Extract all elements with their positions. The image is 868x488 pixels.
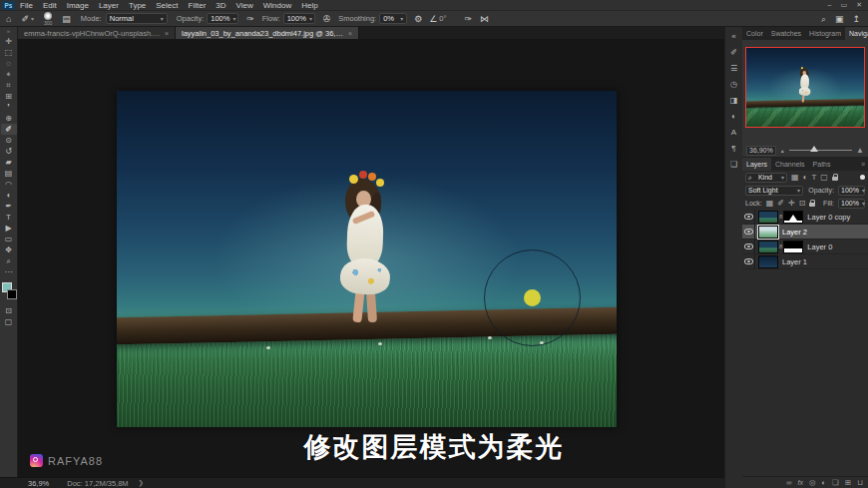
- screen-mode-button[interactable]: ▢: [1, 316, 17, 327]
- navigator-proxy-view-box[interactable]: [745, 47, 865, 128]
- layer-name[interactable]: Layer 0: [807, 243, 832, 251]
- new-adjustment-layer-icon[interactable]: ◐: [822, 478, 827, 488]
- workspace-icon[interactable]: ▣: [835, 14, 844, 24]
- canvas-area[interactable]: [18, 39, 724, 477]
- clone-stamp-tool[interactable]: ⊙: [1, 135, 17, 146]
- filter-smart-object-icon[interactable]: [832, 177, 838, 181]
- zoom-level-field[interactable]: 36,9%: [28, 479, 49, 488]
- fill-select[interactable]: 100% ▾: [838, 199, 865, 209]
- move-tool[interactable]: ✛: [1, 36, 17, 47]
- dodge-tool[interactable]: ◖: [1, 190, 17, 201]
- pressure-opacity-icon[interactable]: ✑: [246, 14, 254, 24]
- restore-icon[interactable]: ▭: [841, 1, 848, 9]
- layer-row-layer2[interactable]: Layer 2: [742, 225, 868, 240]
- gradient-tool[interactable]: ▤: [1, 168, 17, 179]
- visibility-cell[interactable]: [742, 210, 755, 224]
- zoom-out-mountain-icon[interactable]: ▲: [780, 148, 785, 154]
- filter-type-layers-icon[interactable]: T: [811, 173, 816, 182]
- smoothing-select[interactable]: 0% ▾: [379, 13, 407, 24]
- collapse-tools-icon[interactable]: »: [7, 28, 10, 34]
- quick-mask-button[interactable]: ⊡: [1, 305, 17, 316]
- new-group-icon[interactable]: ❏: [832, 478, 839, 488]
- blur-tool[interactable]: ◠: [1, 179, 17, 190]
- mask-link-icon[interactable]: 8: [779, 244, 782, 249]
- toggle-brush-panel-icon[interactable]: ▤: [62, 14, 71, 24]
- tab-close-icon[interactable]: ×: [165, 30, 169, 37]
- brush-preset-picker[interactable]: 300: [44, 12, 52, 26]
- document-canvas[interactable]: [117, 91, 617, 427]
- lock-position-icon[interactable]: ✛: [788, 199, 795, 208]
- delete-layer-icon[interactable]: ⊔: [857, 478, 863, 488]
- blend-mode-select[interactable]: Normal ▾: [106, 13, 168, 24]
- brush-tool-icon[interactable]: ✐: [21, 14, 29, 24]
- gear-icon[interactable]: ⚙: [414, 14, 422, 24]
- healing-brush-tool[interactable]: ⊕: [1, 113, 17, 124]
- menu-layer[interactable]: Layer: [94, 0, 124, 11]
- zoom-in-mountain-icon[interactable]: ▲: [856, 146, 864, 155]
- pressure-size-icon[interactable]: ✑: [465, 14, 473, 24]
- menu-view[interactable]: View: [231, 0, 258, 11]
- opacity-select[interactable]: 100% ▾: [207, 13, 238, 24]
- filter-shape-layers-icon[interactable]: ▢: [820, 173, 828, 182]
- character-panel-icon[interactable]: A: [726, 127, 742, 138]
- share-icon[interactable]: ↥: [852, 14, 860, 24]
- layer-name[interactable]: Layer 1: [782, 257, 807, 266]
- history-brush-tool[interactable]: ↺: [1, 146, 17, 157]
- status-chevron-icon[interactable]: ❯: [139, 479, 144, 487]
- airbrush-icon[interactable]: ✇: [323, 14, 331, 24]
- history-panel-icon[interactable]: ◷: [726, 79, 742, 90]
- layer-name[interactable]: Layer 2: [782, 228, 807, 237]
- tab-swatches[interactable]: Swatches: [767, 27, 805, 40]
- menu-file[interactable]: File: [15, 0, 38, 11]
- lock-artboard-icon[interactable]: ⊡: [799, 199, 806, 208]
- chevron-down-icon[interactable]: ▾: [31, 14, 34, 24]
- link-layers-icon[interactable]: ∞: [786, 478, 791, 488]
- filter-pixel-layers-icon[interactable]: ▦: [791, 173, 799, 182]
- lasso-tool[interactable]: ◌: [1, 58, 17, 69]
- layer-filter-kind-select[interactable]: ⌕ Kind ▾: [745, 173, 787, 183]
- tab-paths[interactable]: Paths: [809, 158, 835, 171]
- menu-image[interactable]: Image: [62, 0, 94, 11]
- document-tab-1[interactable]: emma-francis-vpHChnwOrQ-unsplash.jpg @ 3…: [18, 27, 176, 39]
- panel-menu-icon[interactable]: ≡: [861, 158, 868, 171]
- search-icon[interactable]: ⌕: [821, 14, 826, 24]
- frame-tool[interactable]: ⊞: [1, 91, 17, 102]
- brush-settings-panel-icon[interactable]: ✐: [726, 47, 742, 58]
- lock-transparency-icon[interactable]: ▦: [766, 199, 774, 208]
- layer-thumbnail[interactable]: [758, 241, 778, 253]
- background-color-swatch[interactable]: [7, 289, 17, 299]
- symmetry-icon[interactable]: ⋈: [480, 14, 489, 24]
- brush-angle-value[interactable]: 0°: [439, 14, 446, 23]
- brush-tool[interactable]: ✐: [1, 124, 17, 135]
- marquee-tool[interactable]: ⬚: [1, 47, 17, 58]
- menu-window[interactable]: Window: [258, 0, 296, 11]
- layer-thumbnail[interactable]: [758, 255, 778, 268]
- layer-opacity-select[interactable]: 100% ▾: [838, 186, 865, 196]
- layer-mask-thumbnail[interactable]: [783, 241, 803, 253]
- tab-color[interactable]: Color: [742, 27, 767, 40]
- eraser-tool[interactable]: ▰: [1, 157, 17, 168]
- navigator-zoom-field[interactable]: 36,90%: [746, 146, 776, 156]
- visibility-cell[interactable]: [742, 240, 755, 253]
- minimize-icon[interactable]: –: [828, 1, 832, 9]
- libraries-panel-icon[interactable]: ❏: [726, 159, 742, 170]
- lock-paint-icon[interactable]: ✐: [777, 199, 784, 208]
- layer-filter-toggle[interactable]: [860, 175, 865, 180]
- menu-edit[interactable]: Edit: [38, 0, 62, 11]
- eyedropper-tool[interactable]: ❜: [1, 102, 17, 113]
- edit-toolbar[interactable]: ⋯: [1, 266, 17, 277]
- navigator-thumbnail[interactable]: [745, 47, 865, 128]
- properties-panel-icon[interactable]: ☰: [726, 63, 742, 74]
- navigator-zoom-slider[interactable]: [789, 150, 852, 151]
- menu-help[interactable]: Help: [296, 0, 322, 11]
- add-layer-mask-icon[interactable]: ◎: [809, 478, 816, 488]
- zoom-tool[interactable]: ⌕: [1, 255, 17, 266]
- path-selection-tool[interactable]: ▶: [1, 223, 17, 234]
- filter-adjustment-layers-icon[interactable]: ◐: [803, 173, 808, 182]
- crop-tool[interactable]: ⌗: [1, 80, 17, 91]
- tab-close-icon[interactable]: ×: [348, 30, 352, 37]
- new-layer-icon[interactable]: ⊞: [845, 478, 851, 488]
- layer-mask-thumbnail[interactable]: [783, 211, 803, 224]
- close-icon[interactable]: ✕: [856, 1, 862, 9]
- tab-layers[interactable]: Layers: [742, 158, 771, 171]
